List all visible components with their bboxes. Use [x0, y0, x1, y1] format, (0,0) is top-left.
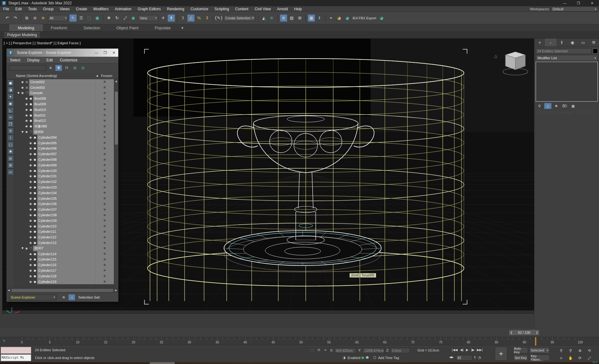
visibility-eye-icon[interactable]: ◉	[24, 103, 29, 106]
expand-arrow-icon[interactable]: ▼	[21, 131, 24, 133]
zoom-icon[interactable]: ⚲	[557, 347, 565, 354]
scene-explorer-row[interactable]: ◉●Cylinder101✱	[15, 174, 114, 179]
frozen-toggle-icon[interactable]: ✱	[95, 157, 114, 162]
fbx-teapot-icon[interactable]: ◕	[378, 14, 385, 22]
se-menu-customize[interactable]: Customize	[56, 58, 81, 62]
select-and-manipulate-icon[interactable]: ⬆	[168, 14, 175, 22]
object-name[interactable]: Box012	[33, 118, 95, 124]
visibility-eye-icon[interactable]: ◉	[24, 130, 29, 133]
object-name[interactable]: Cylinder096	[37, 146, 95, 151]
ribbon-collapse-icon[interactable]: ▾	[179, 25, 186, 31]
material-editor-icon[interactable]: ▦	[308, 14, 315, 22]
display-frozen-icon[interactable]: ✱	[7, 148, 14, 155]
scrollbar-thumb[interactable]	[115, 92, 118, 145]
polygon-modeling-panel[interactable]: Polygon Modeling	[4, 32, 40, 38]
current-frame-field[interactable]: 92	[456, 355, 472, 361]
object-name[interactable]: Cylinder105	[37, 196, 95, 201]
menu-edit[interactable]: Edit	[12, 6, 25, 12]
unlink-selection-icon[interactable]: ⊘	[31, 14, 39, 22]
frozen-toggle-icon[interactable]: ✱	[95, 212, 114, 218]
select-by-name-icon[interactable]: ☰	[77, 14, 85, 22]
scene-explorer-row[interactable]: ◉●Cylinder116✱	[15, 262, 114, 268]
maxscript-mini-listener[interactable]: MAXScript Mi	[1, 354, 31, 361]
menu-tools[interactable]: Tools	[25, 6, 40, 12]
ribbon-tab-selection[interactable]: Selection	[75, 25, 108, 31]
edit-named-selections-icon[interactable]: {✎}	[215, 14, 222, 22]
menu-civil-view[interactable]: Civil View	[251, 6, 274, 12]
frozen-toggle-icon[interactable]: ✱	[95, 268, 114, 273]
frozen-toggle-icon[interactable]: ✱	[95, 279, 114, 285]
next-frame-icon[interactable]: |▶	[471, 348, 475, 352]
object-name[interactable]: Circle003	[29, 85, 95, 90]
filter-icon[interactable]: ▼	[55, 65, 62, 71]
scene-explorer-row[interactable]: ◉●Cylinder099✱	[15, 162, 114, 168]
frozen-column-header[interactable]: Frozen	[100, 74, 118, 78]
scene-explorer-row[interactable]: ▼◉❒Console✱	[15, 90, 114, 96]
expand-arrow-icon[interactable]: ▼	[17, 92, 20, 94]
percent-snap-icon[interactable]: %	[195, 14, 203, 22]
collapse-all-icon[interactable]: ⊟	[80, 65, 86, 71]
scene-explorer-titlebar[interactable]: 3 Scene Explorer - Scene Explorer — ❐ ✕	[7, 49, 118, 57]
scene-explorer-row[interactable]: ◉●Box011✱	[15, 113, 114, 118]
frozen-toggle-icon[interactable]: ✱	[95, 262, 114, 268]
modifier-stack[interactable]	[536, 62, 598, 102]
y-coordinate-field[interactable]: -1209.474cm	[363, 348, 384, 353]
menu-scripting[interactable]: Scripting	[211, 6, 232, 12]
frozen-toggle-icon[interactable]: ✱	[95, 257, 114, 262]
visibility-eye-icon[interactable]: ◉	[28, 252, 33, 256]
window-crossing-icon[interactable]: ▣	[94, 14, 101, 22]
object-color-swatch[interactable]	[593, 49, 598, 54]
scene-explorer-row[interactable]: ◉●Cylinder100✱	[15, 168, 114, 174]
visibility-eye-icon[interactable]: ◉	[28, 241, 33, 244]
expand-all-icon[interactable]: ⊞	[71, 65, 78, 71]
scene-explorer-row[interactable]: ◉●Cylinder115✱	[15, 257, 114, 262]
object-name[interactable]: Cylinder107	[37, 207, 95, 212]
scene-explorer-row[interactable]: ◉●Box009✱	[15, 101, 114, 107]
visibility-eye-icon[interactable]: ◉	[28, 186, 33, 189]
scene-explorer-row[interactable]: ◉●Cylinder103✱	[15, 184, 114, 190]
object-name[interactable]: Cylinder118	[37, 273, 95, 279]
clear-search-icon[interactable]: ✕	[47, 65, 54, 71]
frozen-toggle-icon[interactable]: ✱	[95, 196, 114, 201]
search-input[interactable]	[9, 65, 46, 71]
display-cameras-icon[interactable]: ◉	[7, 100, 14, 107]
time-slider[interactable]: ❮ 92 / 100 ❯	[509, 329, 540, 336]
toggle-scene-explorer-icon[interactable]: ≣	[280, 14, 287, 22]
object-name[interactable]: Cylinder098	[37, 157, 95, 162]
snap-toggle-icon[interactable]: 3	[179, 14, 187, 22]
se-minimize-button[interactable]: —	[92, 51, 101, 55]
frame-spinner-icon[interactable]: ⇕	[474, 356, 476, 359]
ribbon-tab-populate[interactable]: Populate	[147, 25, 179, 31]
scene-explorer-row[interactable]: ◉●Cylinder114✱	[15, 251, 114, 257]
next-frame-arrow[interactable]: ❯	[534, 331, 539, 334]
ribbon-tab-modeling[interactable]: Modeling	[9, 24, 43, 31]
scene-explorer-row[interactable]: ◉●Cylinder095✱	[15, 140, 114, 146]
se-close-button[interactable]: ✕	[110, 51, 118, 55]
orbit-icon[interactable]: ⟳	[576, 355, 584, 361]
select-and-move-icon[interactable]: ✥	[105, 14, 113, 22]
visibility-eye-icon[interactable]: ◉	[28, 230, 33, 233]
object-name[interactable]: Box008	[33, 96, 95, 101]
rendered-frame-icon[interactable]: ◕	[335, 14, 343, 22]
visibility-eye-icon[interactable]: ◉	[24, 108, 29, 111]
zoom-all-icon[interactable]: ⚲	[567, 347, 575, 354]
fbx-export-button[interactable]: IE4 FBX Export	[353, 16, 376, 20]
select-and-place-icon[interactable]: ◉	[129, 14, 137, 22]
menu-animation[interactable]: Animation	[112, 6, 134, 12]
field-of-view-icon[interactable]: ⟲	[585, 347, 593, 354]
previous-frame-arrow[interactable]: ❮	[509, 331, 514, 334]
spinner-snap-icon[interactable]: ↕	[203, 14, 211, 22]
menu-file[interactable]: File	[0, 6, 12, 12]
frozen-toggle-icon[interactable]: ✱	[95, 85, 114, 90]
timeline-ruler[interactable]: ∿ 05101520253035404550556065707580859095…	[0, 337, 599, 346]
visibility-eye-icon[interactable]: ◉	[24, 97, 29, 100]
se-menu-display[interactable]: Display	[24, 58, 43, 62]
frozen-toggle-icon[interactable]: ✱	[95, 107, 114, 113]
scene-explorer-row[interactable]: ◉●Cylinder108✱	[15, 212, 114, 218]
minimize-button[interactable]: —	[558, 0, 572, 6]
modifier-list-dropdown[interactable]: Modifier List ▾	[536, 55, 598, 61]
curve-editor-icon[interactable]: ▤	[288, 14, 295, 22]
se-menu-select[interactable]: Select	[7, 58, 24, 62]
scene-explorer-row[interactable]: ◉●Cylinder112✱	[15, 234, 114, 240]
track-bar[interactable]: ❮ 92 / 100 ❯	[0, 328, 599, 337]
